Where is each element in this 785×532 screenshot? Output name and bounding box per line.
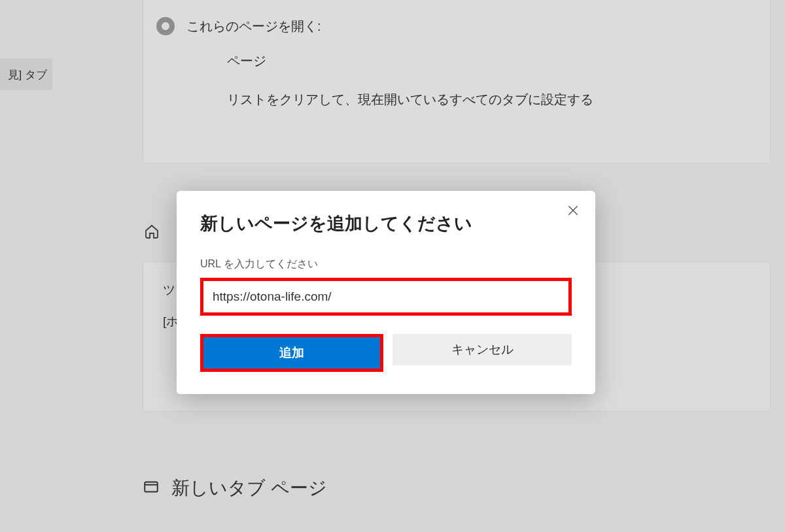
url-input[interactable] (203, 281, 568, 312)
dialog-buttons: 追加 キャンセル (200, 334, 572, 372)
url-input-label: URL を入力してください (200, 258, 572, 271)
close-button[interactable] (565, 204, 581, 220)
close-icon (567, 204, 580, 220)
url-input-highlight (200, 278, 572, 316)
add-page-dialog: 新しいページを追加してください URL を入力してください 追加 キャンセル (177, 191, 595, 394)
cancel-button[interactable]: キャンセル (392, 334, 572, 365)
add-button[interactable]: 追加 (203, 337, 380, 369)
add-button-highlight: 追加 (200, 334, 383, 372)
dialog-title: 新しいページを追加してください (200, 212, 572, 235)
